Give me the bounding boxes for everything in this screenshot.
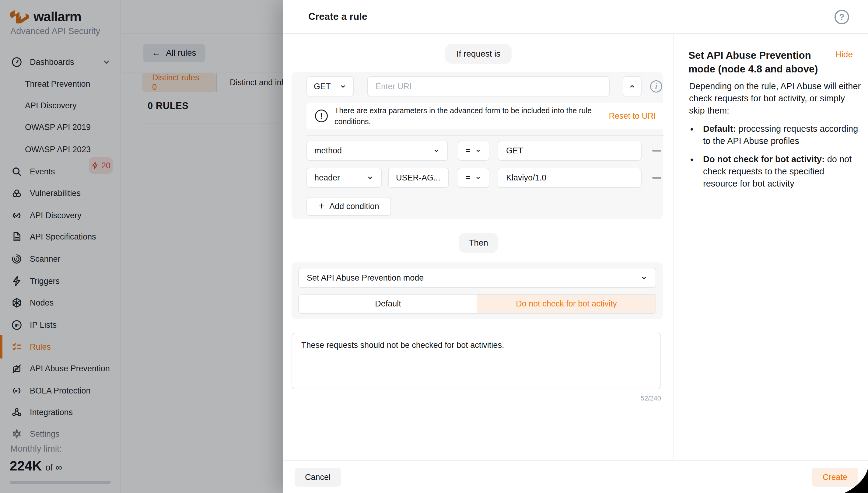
alert-message: There are extra parameters in the advanc… — [334, 105, 602, 127]
create-rule-drawer: Create a rule ? If request is GET — [283, 0, 868, 493]
drawer-title: Create a rule — [308, 11, 367, 22]
chevron-up-icon — [628, 83, 636, 90]
condition2-remove-button[interactable] — [652, 177, 661, 179]
method-select-value: GET — [314, 82, 331, 91]
then-pill: Then — [459, 233, 498, 253]
chevron-down-icon — [641, 274, 648, 281]
condition1-operator-value: = — [465, 146, 471, 155]
mode-option-do-not-check[interactable]: Do not check for bot activity — [477, 295, 655, 313]
question-mark-glyph: ? — [839, 12, 844, 22]
cancel-button[interactable]: Cancel — [295, 468, 341, 487]
hide-help-link[interactable]: Hide — [835, 49, 853, 59]
rule-action-value: Set API Abuse Prevention mode — [307, 273, 424, 283]
conditions-card: GET i ! There are extra parameters i — [291, 72, 663, 219]
character-counter: 52/240 — [291, 394, 661, 402]
chevron-down-icon — [339, 83, 347, 90]
condition1-value-input-wrap: GET — [498, 141, 642, 161]
condition2-field-select[interactable]: header — [306, 168, 382, 188]
chevron-down-icon — [475, 147, 481, 154]
rule-action-select[interactable]: Set API Abuse Prevention mode — [298, 268, 656, 288]
condition2-operator-value: = — [465, 173, 471, 183]
condition2-value[interactable]: Klaviyo/1.0 — [506, 173, 546, 183]
help-bullet-default: • Default: processing requests according… — [689, 123, 860, 147]
condition1-field-select[interactable]: method — [306, 141, 448, 161]
uri-input-wrap — [367, 77, 610, 97]
help-bullet-do-not-check: • Do not check for bot activity: do not … — [689, 153, 860, 190]
add-condition-button[interactable]: + Add condition — [306, 197, 391, 216]
collapse-advanced-button[interactable] — [623, 77, 642, 97]
method-select-uri-row[interactable]: GET — [306, 77, 354, 97]
action-card: Set API Abuse Prevention mode Default Do… — [291, 262, 663, 319]
chevron-down-icon — [433, 147, 440, 154]
condition2-header-name: USER-AG... — [396, 173, 440, 183]
condition1-remove-button[interactable] — [652, 150, 661, 152]
help-panel-title: Set API Abuse Prevention mode (node 4.8 … — [689, 48, 826, 76]
bullet-term: Do not check for bot activity: — [703, 154, 825, 164]
drawer-footer: Cancel Create — [283, 460, 868, 493]
bullet-icon: • — [690, 123, 693, 135]
chevron-down-icon — [366, 174, 374, 181]
conditions-divider — [306, 135, 665, 136]
bullet-term: Default: — [703, 124, 736, 134]
help-panel: Set API Abuse Prevention mode (node 4.8 … — [674, 34, 868, 460]
condition2-operator-select[interactable]: = — [458, 168, 490, 188]
add-condition-label: Add condition — [329, 202, 379, 211]
chevron-down-icon — [475, 174, 481, 181]
extra-parameters-alert: ! There are extra parameters in the adva… — [306, 103, 665, 129]
create-button[interactable]: Create — [812, 468, 858, 487]
bullet-icon: • — [690, 154, 693, 166]
condition1-operator-select[interactable]: = — [458, 141, 490, 161]
uri-input[interactable] — [375, 82, 601, 91]
condition2-field-value: header — [314, 173, 340, 183]
condition2-header-name-input[interactable]: USER-AG... — [388, 168, 449, 188]
rule-comment-textarea[interactable]: These requests should not be checked for… — [291, 333, 661, 389]
mode-segmented-control: Default Do not check for bot activity — [298, 294, 656, 314]
help-panel-intro: Depending on the rule, API Abuse will ei… — [689, 80, 861, 116]
drawer-header: Create a rule ? — [283, 0, 868, 34]
condition1-value[interactable]: GET — [506, 146, 523, 155]
mode-option-default[interactable]: Default — [299, 295, 477, 313]
exclamation-icon: ! — [315, 110, 328, 122]
help-icon[interactable]: ? — [834, 10, 849, 24]
app-root: wallarm Advanced API Security Dashboards… — [0, 0, 868, 493]
condition1-field-value: method — [314, 146, 342, 155]
reset-to-uri-link[interactable]: Reset to URI — [609, 111, 656, 121]
if-request-is-pill: If request is — [445, 44, 512, 64]
rule-builder-column: If request is GET i — [283, 34, 674, 460]
info-icon[interactable]: i — [650, 80, 662, 92]
condition2-value-input-wrap: Klaviyo/1.0 — [498, 168, 642, 188]
